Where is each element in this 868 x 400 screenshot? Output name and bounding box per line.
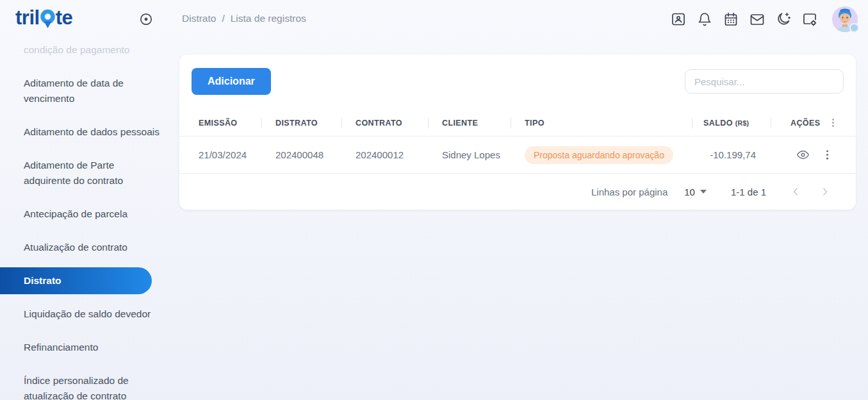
cell-emissao: 21/03/2024 (179, 149, 261, 160)
pagination-range: 1-1 de 1 (731, 187, 766, 197)
row-more-dots-icon[interactable] (821, 148, 834, 162)
table-footer: Linhas por página 10 1-1 de 1 (179, 174, 856, 210)
contact-card-icon[interactable] (671, 12, 686, 27)
column-header-emissao[interactable]: EMISSÃO (179, 119, 261, 128)
sidebar-item-aditamento-dados-pessoais[interactable]: Aditamento de dados pessoais (24, 124, 160, 140)
cell-contrato: 202400012 (341, 149, 428, 160)
column-options-dots-icon[interactable] (828, 117, 839, 128)
sidebar-item-refinanciamento[interactable]: Refinanciamento (24, 340, 160, 355)
rows-per-page-value: 10 (684, 187, 695, 197)
sidebar-item-liquidacao-saldo-devedor[interactable]: Liquidação de saldo devedor (24, 306, 160, 322)
sidebar-item-aditamento-data-vencimento[interactable]: Aditamento de data de vencimento (24, 76, 160, 106)
sidebar-item-distrato-active[interactable]: Distrato (0, 267, 152, 294)
dark-mode-moon-icon[interactable] (776, 12, 791, 27)
online-status-dot (849, 23, 859, 33)
brand-name-left: tril (15, 7, 40, 29)
cell-cliente: Sidney Lopes (428, 149, 511, 160)
location-pin-icon (40, 9, 55, 31)
cell-saldo: -10.199,74 (692, 149, 771, 160)
sidebar-item-condicao-pagamento[interactable]: condição de pagamento (24, 42, 160, 58)
view-eye-icon[interactable] (796, 148, 810, 162)
breadcrumb-page: Lista de registros (231, 13, 306, 24)
next-page-chevron-icon[interactable] (819, 185, 831, 198)
sidebar-nav: condição de pagamento Aditamento de data… (0, 37, 167, 400)
column-header-acoes[interactable]: AÇÕES (771, 117, 856, 128)
cell-tipo: Proposta aguardando aprovação (511, 146, 692, 164)
table-row[interactable]: 21/03/2024 202400048 202400012 Sidney Lo… (179, 137, 856, 174)
records-card: Adicionar EMISSÃO DISTRATO CONTRATO CLIE… (179, 54, 856, 210)
sidebar-item-atualizacao-contrato[interactable]: Atualização de contrato (24, 240, 160, 255)
breadcrumb: Distrato / Lista de registros (182, 13, 306, 24)
breadcrumb-separator: / (222, 13, 224, 24)
calendar-icon[interactable] (723, 12, 739, 27)
mail-icon[interactable] (749, 12, 765, 27)
add-record-button[interactable]: Adicionar (192, 68, 271, 95)
sidebar-item-antecipacao-parcela[interactable]: Antecipação de parcela (24, 206, 160, 222)
breadcrumb-section[interactable]: Distrato (182, 13, 216, 24)
brand-name-right: te (56, 7, 73, 29)
user-avatar[interactable] (832, 6, 858, 32)
brand-logo[interactable]: tril te (15, 7, 72, 31)
column-header-cliente[interactable]: CLIENTE (428, 119, 511, 128)
column-header-contrato[interactable]: CONTRATO (341, 119, 428, 128)
cell-distrato: 202400048 (261, 149, 341, 160)
app-screen: tril te Distrato / Lista de registros (0, 0, 868, 400)
app-settings-window-icon[interactable] (802, 12, 817, 27)
search-input[interactable] (685, 69, 844, 94)
column-header-tipo[interactable]: TIPO (511, 119, 692, 128)
column-header-saldo[interactable]: SALDO (R$) (692, 119, 771, 128)
previous-page-chevron-icon[interactable] (789, 185, 802, 198)
topbar-actions (671, 0, 858, 38)
chevron-down-icon (700, 190, 707, 194)
column-header-distrato[interactable]: DISTRATO (261, 119, 341, 128)
sidebar-toggle-icon[interactable] (138, 12, 154, 27)
sidebar-item-aditamento-parte-adquirente[interactable]: Aditamento de Parte adquirente do contra… (24, 158, 160, 188)
rows-per-page-label: Linhas por página (591, 187, 667, 197)
status-badge: Proposta aguardando aprovação (525, 146, 673, 164)
column-header-saldo-currency: (R$) (735, 119, 749, 127)
topbar: tril te Distrato / Lista de registros (0, 0, 868, 38)
table-header-row: EMISSÃO DISTRATO CONTRATO CLIENTE TIPO S… (179, 110, 856, 137)
cell-actions (771, 148, 856, 162)
sidebar-item-indice-personalizado[interactable]: Índice personalizado de atualização de c… (24, 373, 160, 400)
notifications-bell-icon[interactable] (697, 12, 712, 27)
rows-per-page-select[interactable]: 10 (684, 187, 707, 197)
